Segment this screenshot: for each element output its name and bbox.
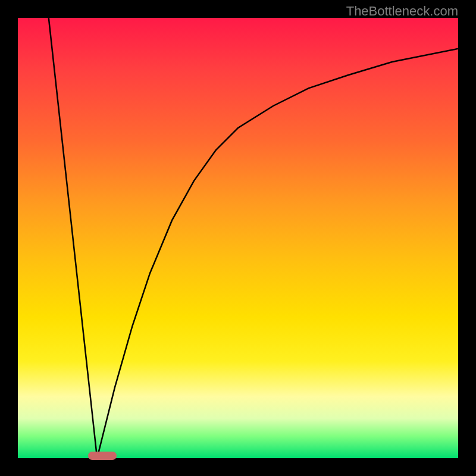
bottleneck-curve [49,18,458,458]
curve-svg [18,18,458,458]
plot-area [18,18,458,458]
watermark-text: TheBottleneck.com [346,4,458,19]
chart-container: TheBottleneck.com [0,0,476,476]
optimal-marker [88,452,117,460]
